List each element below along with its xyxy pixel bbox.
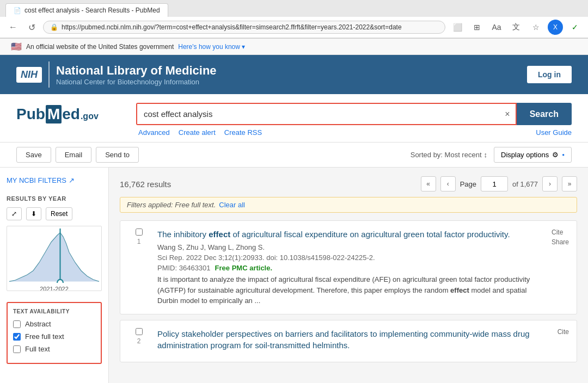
nih-logo: NIH National Library of Medicine Nationa…	[16, 61, 217, 88]
ed-text: ed	[62, 106, 80, 123]
year-controls: ⤢ ⬇ Reset	[7, 207, 102, 220]
abstract-checkbox-item[interactable]: Abstract	[13, 320, 95, 328]
result-title-2: Policy stakeholder perspectives on barri…	[157, 328, 550, 351]
full-text-checkbox-item[interactable]: Full text	[13, 345, 95, 353]
clear-icon[interactable]: ×	[505, 109, 510, 119]
page-input[interactable]	[481, 176, 508, 192]
results-count: 16,762 results	[120, 180, 171, 189]
nih-text: National Library of Medicine National Ce…	[56, 64, 217, 86]
abstract-checkbox[interactable]	[13, 320, 21, 328]
save-button[interactable]: Save	[16, 147, 51, 163]
results-by-year-title: RESULTS BY YEAR	[7, 195, 102, 202]
clear-all-link[interactable]: Clear all	[219, 201, 245, 209]
active-tab[interactable]: 📄 cost effect analysis - Search Results …	[5, 3, 168, 17]
nih-badge: NIH	[16, 67, 42, 83]
pub-text: Pub	[16, 106, 45, 123]
translate-icon[interactable]: 文	[509, 20, 524, 35]
sidebar: MY NCBI FILTERS ↗ RESULTS BY YEAR ⤢ ⬇ Re…	[0, 168, 109, 383]
filter-badge: Filters applied: Free full text. Clear a…	[120, 197, 577, 213]
result-authors-1: Wang S, Zhu J, Wang L, Zhong S.	[157, 243, 544, 251]
result-checkbox-1[interactable]	[136, 228, 143, 236]
lock-icon: 🔒	[50, 23, 58, 31]
expand-chart-button[interactable]: ⤢	[7, 207, 22, 220]
user-guide-link[interactable]: User Guide	[536, 128, 572, 137]
download-chart-button[interactable]: ⬇	[26, 207, 41, 220]
address-bar: ← ↺ 🔒 https://pubmed.ncbi.nlm.nih.gov/?t…	[0, 17, 588, 38]
display-options-button[interactable]: Display options ⚙ ●	[494, 147, 572, 163]
tab-icon: 📄	[14, 7, 21, 14]
last-page-button[interactable]: »	[562, 176, 577, 192]
search-input[interactable]	[137, 104, 516, 124]
result-link-2[interactable]: Policy stakeholder perspectives on barri…	[157, 329, 530, 350]
year-chart: 2021-2022	[7, 226, 102, 291]
create-rss-link[interactable]: Create RSS	[224, 128, 262, 137]
result-link-1[interactable]: The inhibitory effect of agricultural fi…	[157, 230, 510, 239]
nih-subtitle: National Center for Biotechnology Inform…	[56, 78, 217, 86]
first-page-button[interactable]: «	[421, 176, 436, 192]
result-actions-1: Cite Share	[552, 228, 569, 306]
settings-icon[interactable]: ☆	[528, 20, 543, 35]
prev-page-button[interactable]: ‹	[440, 176, 456, 192]
grid-icon[interactable]: ⊞	[469, 20, 485, 35]
pmc-status-1[interactable]: Free PMC article.	[215, 264, 273, 272]
cite-label-2[interactable]: Cite	[558, 328, 569, 336]
result-number-1: 1	[137, 238, 141, 245]
url-field[interactable]: 🔒 https://pubmed.ncbi.nlm.nih.gov/?term=…	[43, 21, 445, 34]
login-button[interactable]: Log in	[527, 66, 572, 83]
result-number-2: 2	[137, 337, 141, 345]
toolbar-right: Sorted by: Most recent ↕ Display options…	[411, 147, 572, 163]
result-journal-1: Sci Rep. 2022 Dec 3;12(1):20933. doi: 10…	[157, 254, 544, 262]
result-title-1: The inhibitory effect of agricultural fi…	[157, 228, 544, 240]
us-flag: 🇺🇸	[11, 41, 22, 52]
my-ncbi-link[interactable]: MY NCBI FILTERS ↗	[7, 176, 102, 184]
results-toolbar: Save Email Send to Sorted by: Most recen…	[0, 143, 588, 168]
main-content: MY NCBI FILTERS ↗ RESULTS BY YEAR ⤢ ⬇ Re…	[0, 168, 588, 383]
results-by-year-section: RESULTS BY YEAR ⤢ ⬇ Reset 2021-2022	[7, 195, 102, 291]
send-to-button[interactable]: Send to	[96, 147, 139, 163]
result-checkbox-2[interactable]	[136, 328, 143, 335]
how-to-know-link[interactable]: Here's how you know ▾	[178, 43, 245, 51]
full-text-label: Full text	[25, 345, 50, 353]
pubmed-search-area: PubMed.gov × Search Advanced Create aler…	[0, 94, 588, 143]
effect-highlight-2: effect	[450, 286, 469, 294]
abstract-label: Abstract	[25, 320, 51, 328]
advanced-link[interactable]: Advanced	[138, 128, 170, 137]
cast-icon[interactable]: ⬜	[450, 20, 465, 35]
cite-label-1[interactable]: Cite	[552, 228, 569, 236]
email-button[interactable]: Email	[56, 147, 92, 163]
search-button[interactable]: Search	[517, 103, 572, 125]
reload-button[interactable]: ↺	[25, 21, 39, 34]
tab-title: cost effect analysis - Search Results - …	[24, 7, 160, 14]
sort-icon: ↕	[484, 151, 488, 159]
nih-title: National Library of Medicine	[56, 64, 217, 78]
page-label: Page	[460, 180, 476, 188]
my-ncbi-section: MY NCBI FILTERS ↗	[7, 176, 102, 184]
shield-icon[interactable]: ✓	[567, 20, 583, 35]
search-links: Advanced Create alert Create RSS User Gu…	[138, 128, 572, 137]
reset-chart-button[interactable]: Reset	[46, 207, 72, 220]
search-input-wrap: ×	[136, 103, 517, 125]
url-text: https://pubmed.ncbi.nlm.nih.gov/?term=co…	[62, 23, 402, 31]
browser-chrome: 📄 cost effect analysis - Search Results …	[0, 0, 588, 39]
display-options-label: Display options	[501, 151, 549, 159]
text-availability-title: TEXT AVAILABILITY	[13, 308, 95, 314]
profile-icon[interactable]: X	[548, 20, 563, 35]
sort-info: Sorted by: Most recent ↕	[411, 151, 487, 159]
search-container: × Search	[136, 103, 572, 125]
result-abstract-1: It is important to analyze the impact of…	[157, 274, 544, 306]
year-range-label: 2021-2022	[9, 286, 99, 291]
next-page-button[interactable]: ›	[542, 176, 558, 192]
share-label-1[interactable]: Share	[552, 238, 569, 246]
back-button[interactable]: ←	[5, 21, 21, 33]
font-icon[interactable]: Aa	[489, 20, 504, 35]
effect-highlight: effect	[209, 230, 230, 239]
filter-text: Filters applied: Free full text.	[127, 201, 216, 209]
free-full-text-checkbox-item[interactable]: Free full text	[13, 332, 95, 341]
pagination: « ‹ Page of 1,677 › »	[421, 176, 577, 192]
full-text-checkbox[interactable]	[13, 345, 21, 353]
free-full-text-checkbox[interactable]	[13, 333, 21, 341]
dot-indicator: ●	[562, 152, 565, 157]
my-ncbi-title: MY NCBI FILTERS	[7, 176, 66, 184]
create-alert-link[interactable]: Create alert	[179, 128, 216, 137]
result-actions-2: Cite	[558, 328, 569, 354]
